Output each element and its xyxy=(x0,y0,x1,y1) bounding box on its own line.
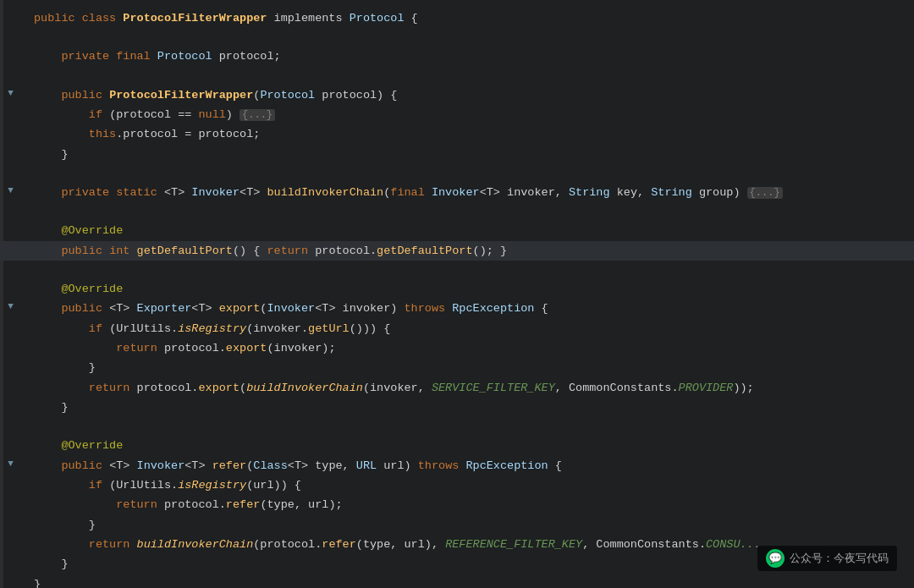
code-line xyxy=(0,164,914,183)
code-token: { xyxy=(405,12,418,25)
code-token: ) xyxy=(226,108,240,121)
code-token: (type, url); xyxy=(260,498,342,511)
code-token: (type, url), xyxy=(356,538,445,551)
code-token: @Override xyxy=(61,283,123,295)
code-token: String xyxy=(651,186,692,199)
line-gutter: ▼ xyxy=(0,457,25,472)
code-token: <T> xyxy=(164,186,191,199)
code-token: ())) { xyxy=(350,322,391,335)
code-line: @Override xyxy=(0,279,914,299)
code-token: protocol. xyxy=(164,498,226,511)
code-line: return protocol.export(buildInvokerChain… xyxy=(0,378,914,398)
code-token: Class xyxy=(253,459,288,472)
code-token: if xyxy=(89,108,109,121)
code-token: URL xyxy=(356,459,377,472)
code-token: <T> xyxy=(240,186,267,199)
code-token: <T> xyxy=(109,302,136,315)
line-code: if (UrlUtils.isRegistry(invoker.getUrl()… xyxy=(25,320,914,338)
code-token: this xyxy=(89,128,116,140)
code-token: RpcException xyxy=(452,302,534,315)
line-code: return protocol.export(buildInvokerChain… xyxy=(25,379,914,397)
code-line: @Override xyxy=(0,436,914,455)
code-token: getDefaultPort xyxy=(137,245,233,257)
code-line: if (UrlUtils.isRegistry(url)) { xyxy=(0,475,914,495)
code-token: isRegistry xyxy=(178,479,246,492)
code-token: (UrlUtils. xyxy=(109,322,178,335)
code-token: return xyxy=(89,382,137,394)
watermark-icon: 💬 xyxy=(766,549,785,568)
line-code: } xyxy=(25,146,914,163)
code-line xyxy=(0,261,914,279)
code-token: @Override xyxy=(61,439,123,452)
code-token: public xyxy=(61,89,109,102)
line-code: @Override xyxy=(25,222,914,239)
code-token: } xyxy=(61,558,68,570)
code-token: refer xyxy=(226,498,261,511)
code-line: private final Protocol protocol; xyxy=(0,47,914,66)
code-token: static xyxy=(116,186,164,199)
code-token: private xyxy=(61,186,116,199)
code-token: final xyxy=(116,50,157,63)
watermark: 💬 公众号：今夜写代码 xyxy=(757,546,897,571)
code-token: , CommonConstants. xyxy=(582,538,706,551)
code-token: RpcException xyxy=(465,459,548,472)
code-line: public class ProtocolFilterWrapper imple… xyxy=(0,8,914,28)
code-token: private xyxy=(61,50,116,63)
code-line: } xyxy=(0,515,914,535)
code-token: () { xyxy=(233,245,267,257)
code-token: (protocol. xyxy=(253,538,322,551)
code-token: return xyxy=(116,342,164,354)
code-line: return protocol.refer(type, url); xyxy=(0,495,914,514)
line-code: if (protocol == null) {...} xyxy=(25,106,914,124)
code-token: ProtocolFilterWrapper xyxy=(123,12,273,25)
code-token: isRegistry xyxy=(178,322,246,335)
line-gutter: ▼ xyxy=(0,86,25,102)
code-token: } xyxy=(61,148,68,161)
line-code: if (UrlUtils.isRegistry(url)) { xyxy=(25,476,914,494)
code-token: ProtocolFilterWrapper xyxy=(109,89,253,102)
code-line: ▼ public <T> Exporter<T> export(Invoker<… xyxy=(0,299,914,318)
code-token: class xyxy=(82,12,124,25)
code-line: } xyxy=(0,574,914,588)
code-token: <T> invoker) xyxy=(315,302,404,315)
code-token: } xyxy=(34,578,41,588)
code-token: throws xyxy=(405,302,453,315)
line-code: } xyxy=(25,516,914,534)
collapsed-block: {...} xyxy=(240,109,275,121)
code-token: getDefaultPort xyxy=(377,245,472,257)
code-token: Protocol xyxy=(260,89,315,102)
code-token: Invoker xyxy=(137,459,185,472)
code-token: return xyxy=(267,245,315,257)
code-line xyxy=(0,417,914,436)
code-token: protocol. xyxy=(315,245,377,257)
code-token: int xyxy=(109,245,136,257)
code-token: throws xyxy=(418,459,466,472)
watermark-text: 公众号：今夜写代码 xyxy=(790,550,889,568)
code-token: ( xyxy=(240,382,246,394)
code-token: protocol. xyxy=(164,342,226,354)
line-code: this.protocol = protocol; xyxy=(25,125,914,143)
code-line: } xyxy=(0,358,914,377)
code-token: export xyxy=(226,342,267,354)
code-token: export xyxy=(219,302,261,315)
code-token: buildInvokerChain xyxy=(267,186,383,199)
line-code: return protocol.refer(type, url); xyxy=(25,496,914,514)
code-token: Invoker xyxy=(432,186,480,199)
code-line: } xyxy=(0,398,914,417)
code-token: String xyxy=(569,186,610,199)
line-code: public ProtocolFilterWrapper(Protocol pr… xyxy=(25,86,914,104)
code-token: final xyxy=(390,186,432,199)
code-token: Protocol xyxy=(157,50,212,63)
code-line: ▼ private static <T> Invoker<T> buildInv… xyxy=(0,183,914,202)
code-token: } xyxy=(89,519,96,531)
code-token: (url)) { xyxy=(246,479,301,492)
code-token: public xyxy=(61,245,109,257)
code-token: protocol. xyxy=(137,382,199,394)
code-token: refer xyxy=(322,538,356,551)
code-token: public xyxy=(61,302,109,315)
code-token: SERVICE_FILTER_KEY xyxy=(432,382,555,394)
code-token: (protocol == xyxy=(109,108,198,121)
code-token: } xyxy=(89,361,96,374)
code-line xyxy=(0,67,914,85)
code-token: <T> type, xyxy=(288,459,356,472)
